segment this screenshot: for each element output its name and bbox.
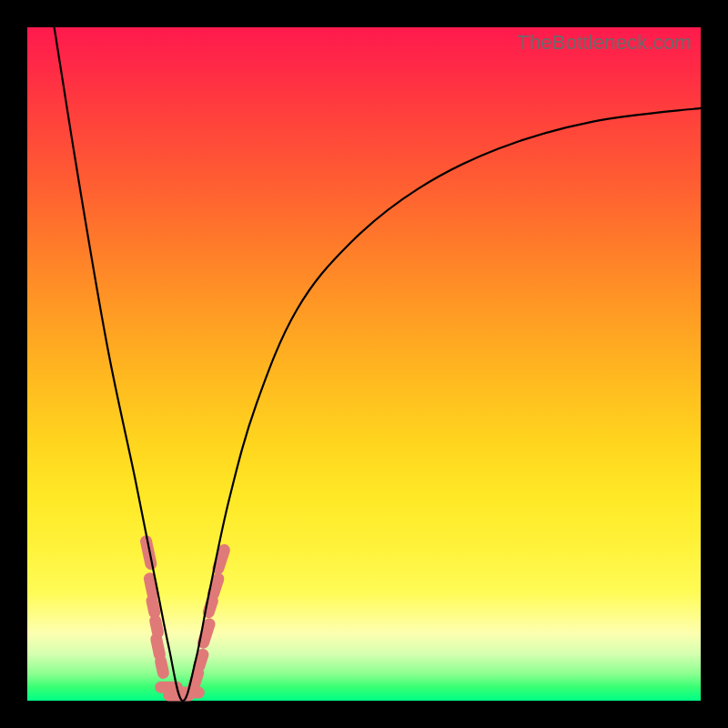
- plot-area: TheBottleneck.com: [27, 27, 701, 701]
- cluster-marker: [192, 647, 210, 673]
- cluster-marker: [139, 534, 158, 571]
- cluster-group: [139, 534, 232, 702]
- cluster-marker: [154, 654, 170, 680]
- chart-frame: TheBottleneck.com: [0, 0, 728, 728]
- chart-svg: [27, 27, 701, 701]
